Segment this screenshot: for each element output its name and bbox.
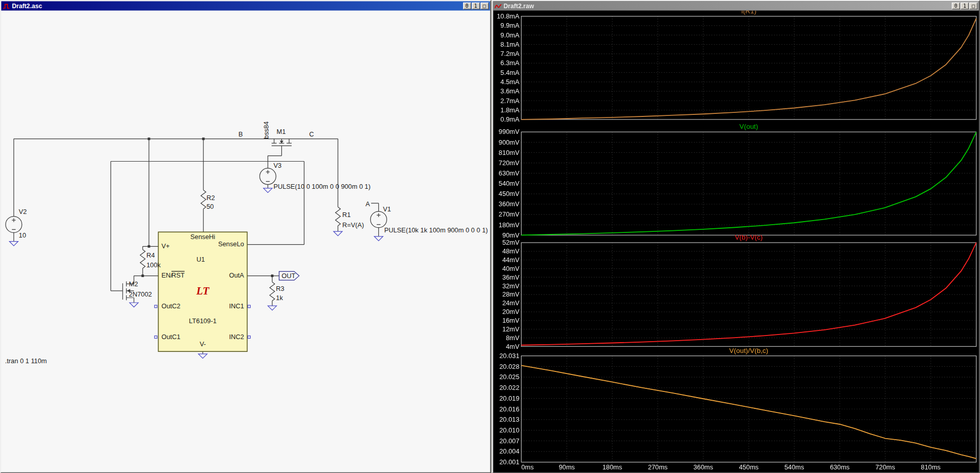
resistor-R3[interactable] xyxy=(270,282,275,301)
y-tick-label: 20.010 xyxy=(499,426,519,434)
x-tick-label: 630ms xyxy=(830,463,849,471)
schematic-label: .tran 0 1 110m xyxy=(5,357,47,365)
ground-symbol xyxy=(374,236,383,241)
y-tick-label: 28mV xyxy=(502,290,520,298)
schematic-label: INC2 xyxy=(229,333,244,341)
resistor-R2[interactable] xyxy=(201,190,206,209)
schematic-label: PULSE(10k 1k 100m 900m 0 0 0 1) xyxy=(384,226,488,234)
y-tick-label: 5.4mA xyxy=(500,69,519,76)
ltspice-workspace: Draft2.asc 0 1 □ xyxy=(0,0,980,473)
minimize-button[interactable]: 0 xyxy=(952,3,960,9)
y-tick-label: 52mV xyxy=(502,239,520,246)
y-tick-label: 20.028 xyxy=(499,363,519,370)
mosfet-M1[interactable] xyxy=(272,139,292,146)
y-tick-label: 4.5mA xyxy=(500,78,519,86)
y-tick-label: 3.6mA xyxy=(500,87,519,95)
minimize-button[interactable]: 0 xyxy=(463,3,471,9)
schematic-label: M2 xyxy=(129,280,138,288)
ground-symbol xyxy=(9,242,18,246)
schematic-label: 1k xyxy=(276,294,283,302)
y-tick-label: 48mV xyxy=(502,247,520,255)
x-tick-label: 180ms xyxy=(602,463,622,471)
y-tick-label: 32mV xyxy=(502,282,520,290)
port-label: OUT xyxy=(281,272,295,280)
schematic-label: 50 xyxy=(206,203,214,210)
schematic-label: SenseLo xyxy=(218,240,244,248)
voltage-source-V1[interactable] xyxy=(371,211,387,228)
y-tick-label: 990mV xyxy=(498,128,520,135)
y-tick-label: 20mV xyxy=(502,308,520,316)
schematic-label: OutC1 xyxy=(162,333,181,341)
y-tick-label: 540mV xyxy=(498,180,520,187)
maximize-button[interactable]: 1 xyxy=(472,3,480,9)
ground-symbol xyxy=(268,306,277,310)
y-tick-label: 20.025 xyxy=(499,373,519,381)
schematic-titlebar[interactable]: Draft2.asc 0 1 □ xyxy=(1,1,489,10)
y-tick-label: 12mV xyxy=(502,325,520,333)
waveform-window-title: Draft2.raw xyxy=(504,3,950,9)
schematic-label: R4 xyxy=(146,251,155,259)
y-tick-label: 16mV xyxy=(502,317,520,324)
schematic-label: R3 xyxy=(276,285,284,292)
y-tick-label: 810mV xyxy=(498,149,520,156)
schematic-label: V2 xyxy=(19,208,27,215)
schematic-label: M1 xyxy=(277,128,286,135)
schematic-label: INC1 xyxy=(229,302,244,310)
y-tick-label: 20.031 xyxy=(499,352,519,360)
schematic-window: Draft2.asc 0 1 □ xyxy=(0,0,491,473)
schematic-label: 2N7002 xyxy=(129,290,152,298)
ground-symbol xyxy=(198,354,207,359)
schematic-label: V1 xyxy=(383,205,391,213)
y-tick-label: 1.8mA xyxy=(500,106,519,114)
y-tick-label: 8.1mA xyxy=(500,41,519,48)
y-tick-label: 6.3mA xyxy=(500,59,519,67)
x-tick-label: 720ms xyxy=(875,463,895,471)
y-tick-label: 270mV xyxy=(498,210,520,218)
resistor-R4[interactable] xyxy=(140,249,145,268)
y-tick-label: 40mV xyxy=(502,265,520,272)
resistor-R1[interactable] xyxy=(335,207,340,226)
schematic-label: LT6109-1 xyxy=(189,317,217,325)
y-tick-label: 2.7mA xyxy=(500,97,519,105)
plot-grid xyxy=(521,356,976,462)
y-tick-label: 10.8mA xyxy=(496,12,520,20)
y-tick-label: 7.2mA xyxy=(500,50,519,57)
schematic-label: R2 xyxy=(206,194,215,202)
x-tick-label: 270ms xyxy=(648,463,667,471)
y-tick-label: 8mV xyxy=(506,334,520,342)
y-tick-label: 20.004 xyxy=(499,447,519,455)
y-tick-label: 180mV xyxy=(498,221,520,229)
schematic-label: 10 xyxy=(19,231,26,239)
y-tick-label: 24mV xyxy=(502,299,520,307)
schematic-label: V3 xyxy=(274,162,282,169)
waveform-canvas[interactable]: 10.8mA9.9mA9.0mA8.1mA7.2mA6.3mA5.4mA4.5m… xyxy=(493,11,979,472)
x-tick-label: 810ms xyxy=(920,463,940,471)
waveform-titlebar[interactable]: Draft2.raw 0 1 □ xyxy=(493,1,979,10)
schematic-label: R1 xyxy=(342,211,351,219)
schematic-label: OutC2 xyxy=(162,302,181,310)
schematic-label: R=V(A) xyxy=(342,221,364,229)
schematic-label: A xyxy=(366,200,370,208)
voltage-source-V3[interactable] xyxy=(260,168,276,185)
close-button[interactable]: □ xyxy=(969,3,977,9)
voltage-source-V2[interactable] xyxy=(6,216,22,233)
pane-title: V(b)-V(c) xyxy=(735,233,762,241)
lt-logo: LT xyxy=(196,285,209,297)
schematic-label: C xyxy=(309,130,314,138)
y-tick-label: 36mV xyxy=(502,273,520,281)
y-tick-label: 0.9mA xyxy=(500,115,519,123)
waveform-window: Draft2.raw 0 1 □ 10.8mA9.9mA9.0mA8.1mA7.… xyxy=(492,0,980,473)
y-tick-label: 720mV xyxy=(498,159,520,167)
schematic-label: OutA xyxy=(229,271,244,279)
pane-title: I(R1) xyxy=(741,11,756,15)
close-button[interactable]: □ xyxy=(481,3,489,9)
schematic-label: SenseHi xyxy=(190,233,215,241)
x-tick-label: 450ms xyxy=(739,463,758,471)
maximize-button[interactable]: 1 xyxy=(960,3,969,9)
schematic-label: U1 xyxy=(197,255,205,263)
y-tick-label: 9.9mA xyxy=(500,22,519,29)
schematic-canvas[interactable]: V210BCbss84M1V3PULSE(10 0 100m 0 0 900m … xyxy=(1,11,489,472)
y-tick-label: 20.001 xyxy=(499,458,519,466)
schematic-doc-icon xyxy=(3,3,10,9)
y-tick-label: 90mV xyxy=(502,231,520,239)
